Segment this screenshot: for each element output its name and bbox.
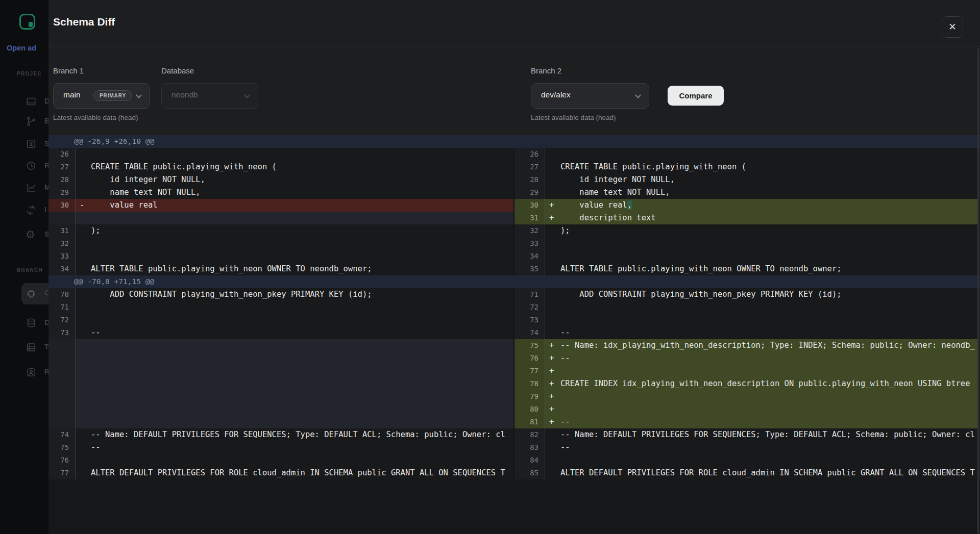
line-number: 72 bbox=[48, 314, 76, 326]
line-number: 28 bbox=[513, 173, 545, 186]
line-number: 74 bbox=[48, 428, 76, 441]
scrollbar[interactable] bbox=[977, 48, 979, 534]
code-line: -- bbox=[76, 441, 513, 454]
code-line: + bbox=[545, 365, 978, 377]
schema-diff-screen: Open ad PROJEC DBSRMI⚙S BRANCH CDTR Sche… bbox=[0, 0, 980, 534]
code-line bbox=[76, 148, 513, 161]
sidebar-item-integrations[interactable]: I bbox=[0, 200, 48, 220]
code-line bbox=[545, 301, 978, 314]
line-number: 71 bbox=[48, 301, 76, 314]
diff-row: 81+-- bbox=[48, 416, 980, 428]
diff-marker: + bbox=[545, 390, 560, 403]
sidebar-item-branches[interactable]: B bbox=[0, 111, 48, 132]
computes-icon bbox=[26, 288, 37, 299]
code-line: CREATE TABLE public.playing_with_neon ( bbox=[545, 161, 978, 173]
line-number: 73 bbox=[513, 314, 545, 326]
sidebar-section-project: PROJEC bbox=[17, 71, 42, 77]
diff-row: 29 name text NOT NULL,29 name text NOT N… bbox=[48, 186, 980, 199]
sidebar-item-computes[interactable]: C bbox=[0, 283, 48, 303]
chevron-down-icon bbox=[243, 92, 251, 100]
diff-marker: - bbox=[76, 199, 91, 212]
modal-title: Schema Diff bbox=[53, 16, 115, 28]
code-line: ); bbox=[545, 224, 978, 237]
code-line bbox=[545, 148, 978, 161]
diff-row: 78+CREATE INDEX idx_playing_with_neon_de… bbox=[48, 377, 980, 390]
diff-marker: + bbox=[545, 403, 560, 416]
line-number: 27 bbox=[513, 161, 545, 173]
line-number: 81 bbox=[513, 416, 545, 428]
diff-row: 70 ADD CONSTRAINT playing_with_neon_pkey… bbox=[48, 288, 980, 301]
sidebar-item-settings[interactable]: ⚙S bbox=[0, 224, 48, 245]
line-number bbox=[48, 212, 76, 224]
line-number: 32 bbox=[513, 224, 545, 237]
compare-button[interactable]: Compare bbox=[668, 86, 724, 106]
sidebar-item-dashboard[interactable]: D bbox=[0, 91, 48, 112]
code-line: +-- bbox=[545, 416, 978, 428]
sidebar-item-databases[interactable]: D bbox=[0, 313, 48, 333]
code-line: -- bbox=[545, 441, 978, 454]
sidebar-item-restore[interactable]: R bbox=[0, 156, 48, 176]
branch1-select[interactable]: main PRIMARY bbox=[53, 83, 150, 109]
branch2-label: Branch 2 bbox=[531, 66, 561, 75]
line-number: 70 bbox=[48, 288, 76, 301]
diff-marker: + bbox=[545, 352, 560, 365]
diff-row: 80+ bbox=[48, 403, 980, 416]
code-line: ALTER DEFAULT PRIVILEGES FOR ROLE cloud_… bbox=[76, 467, 513, 479]
line-number: 71 bbox=[513, 288, 545, 301]
code-line: ALTER DEFAULT PRIVILEGES FOR ROLE cloud_… bbox=[545, 467, 978, 479]
diff-row: 3233 bbox=[48, 237, 980, 250]
line-number bbox=[48, 416, 76, 428]
branch2-select[interactable]: dev/alex bbox=[531, 83, 649, 109]
line-number: 75 bbox=[513, 339, 545, 352]
diff-row: 77+ bbox=[48, 365, 980, 377]
monitoring-icon bbox=[26, 182, 37, 193]
line-number: 34 bbox=[48, 263, 76, 275]
diff-row: 27CREATE TABLE public.playing_with_neon … bbox=[48, 161, 980, 173]
branch1-value: main bbox=[63, 90, 81, 99]
hunk-header-filler bbox=[513, 275, 980, 288]
diff-marker: + bbox=[545, 377, 560, 390]
line-number: 80 bbox=[513, 403, 545, 416]
sidebar-section-branch: BRANCH bbox=[17, 267, 43, 273]
code-line: name text NOT NULL, bbox=[76, 186, 513, 199]
code-line bbox=[76, 365, 513, 377]
sidebar-item-label: R bbox=[44, 368, 48, 376]
code-line: -- bbox=[545, 326, 978, 339]
restore-icon bbox=[26, 160, 37, 171]
code-line: + bbox=[545, 390, 978, 403]
line-number: 31 bbox=[48, 224, 76, 237]
sidebar-item-roles[interactable]: R bbox=[0, 362, 48, 383]
databases-icon bbox=[26, 317, 37, 328]
diff-row: 77ALTER DEFAULT PRIVILEGES FOR ROLE clou… bbox=[48, 467, 980, 479]
line-number bbox=[48, 352, 76, 365]
code-line bbox=[76, 454, 513, 467]
branch1-caption: Latest available data (head) bbox=[53, 114, 138, 121]
code-line: ALTER TABLE public.playing_with_neon OWN… bbox=[545, 263, 978, 275]
line-number: 73 bbox=[48, 326, 76, 339]
sidebar-item-tables[interactable]: T bbox=[0, 337, 48, 358]
sql-editor-icon bbox=[26, 138, 37, 149]
sidebar-item-monitoring[interactable]: M bbox=[0, 177, 48, 198]
code-line: ); bbox=[76, 224, 513, 237]
code-line: + bbox=[545, 403, 978, 416]
line-number: 83 bbox=[513, 441, 545, 454]
line-number: 82 bbox=[513, 428, 545, 441]
branch2-value: dev/alex bbox=[541, 90, 571, 99]
line-number bbox=[48, 390, 76, 403]
code-line bbox=[545, 314, 978, 326]
diff-marker: + bbox=[545, 212, 560, 224]
open-admin-link[interactable]: Open ad bbox=[7, 44, 42, 53]
line-number: 34 bbox=[513, 250, 545, 263]
database-select[interactable]: neondb bbox=[161, 83, 258, 109]
diff-row: 31);32); bbox=[48, 224, 980, 237]
code-line: CREATE TABLE public.playing_with_neon ( bbox=[76, 161, 513, 173]
sidebar-item-sql-editor[interactable]: S bbox=[0, 134, 48, 154]
line-number: 75 bbox=[48, 441, 76, 454]
code-line: -- Name: DEFAULT PRIVILEGES FOR SEQUENCE… bbox=[545, 428, 978, 441]
diff-row: 79+ bbox=[48, 390, 980, 403]
line-number: 31 bbox=[513, 212, 545, 224]
diff-row: 74-- Name: DEFAULT PRIVILEGES FOR SEQUEN… bbox=[48, 428, 980, 441]
sidebar-item-label: S bbox=[44, 230, 48, 238]
line-number: 77 bbox=[48, 467, 76, 479]
close-icon[interactable]: ✕ bbox=[942, 16, 963, 38]
